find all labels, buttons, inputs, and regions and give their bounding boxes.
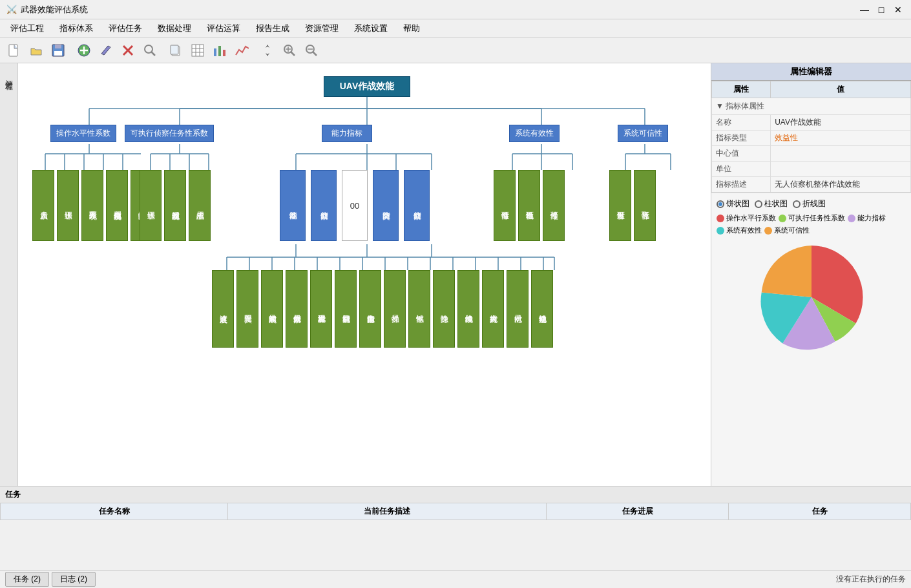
tb-open[interactable] [26, 40, 47, 61]
l2-response[interactable]: 系统反应时间 [164, 170, 186, 241]
l2-launch-rel[interactable]: 发射可靠性 [609, 170, 631, 241]
l1-scout[interactable]: 可执行侦察任务性系数 [125, 125, 214, 142]
tb-line[interactable] [231, 40, 252, 61]
svg-line-10 [151, 52, 155, 56]
svg-rect-0 [9, 45, 17, 56]
l1-rel[interactable]: 系统可信性 [618, 125, 668, 142]
l2-standby[interactable]: 待命可靠性 [494, 170, 516, 241]
chart-options: 饼状图 柱状图 折线图 [717, 198, 906, 209]
l1-sys[interactable]: 系统有效性 [509, 125, 560, 142]
menu-settings[interactable]: 系统设置 [346, 20, 395, 37]
l3-stealth[interactable]: 隐身性 [433, 270, 455, 348]
l2-recon2[interactable]: 侦察能力 [404, 170, 430, 241]
legend-rel: 系统可信性 [764, 226, 810, 235]
status-tab-log[interactable]: 日志 (2) [52, 572, 96, 587]
l2-training[interactable]: 训练水平 [57, 170, 79, 241]
l3-sensitive[interactable]: 敏感性 [408, 270, 430, 348]
menu-calc[interactable]: 评估运算 [199, 20, 248, 37]
l2-maintain[interactable]: 可维修性 [543, 170, 565, 241]
l2-fly-rel[interactable]: 飞行可靠性 [634, 170, 656, 241]
tb-delete[interactable] [118, 40, 138, 61]
sidebar: 评估工程 1 [0, 63, 18, 486]
status-bar: 任务 (2) 日志 (2) 没有正在执行的任务 [0, 570, 911, 588]
attr-val-desc[interactable]: 无人侦察机整体作战效能 [771, 177, 911, 193]
l2-mobile[interactable]: 机动可靠性 [518, 170, 540, 241]
menu-bar: 评估工程 指标体系 评估任务 数据处理 评估运算 报告生成 资源管理 系统设置 … [0, 19, 911, 37]
task-col-progress: 任务进展 [547, 503, 729, 520]
legend-cap-label: 能力指标 [857, 213, 886, 223]
menu-resource[interactable]: 资源管理 [297, 20, 346, 37]
tb-search[interactable] [140, 40, 160, 61]
l3-endurance[interactable]: 最大续航时间 [261, 270, 283, 348]
l3-allweather[interactable]: 全天候侦察能力 [286, 270, 308, 348]
attr-label-name: 名称 [712, 115, 771, 131]
task-table: 任务名称 当前任务描述 任务进展 任务 [0, 503, 911, 572]
close-button[interactable]: ✕ [892, 3, 905, 16]
l3-evade[interactable]: 规避机动性 [531, 270, 553, 348]
canvas-area[interactable]: UAV作战效能 操作水平性系数 可执行侦察任务性系数 能力指标 系统有效性 系统… [18, 63, 711, 486]
l2-hmi[interactable]: 系统人际界面 [81, 170, 103, 241]
l2-auto[interactable]: 系统自动化程度 [106, 170, 128, 241]
svg-marker-21 [266, 45, 269, 56]
l3-ecm[interactable]: 电子对抗 [507, 270, 529, 348]
l3-repair[interactable]: 战场检修性 [457, 270, 479, 348]
svg-rect-2 [55, 45, 61, 48]
tb-zoom-out[interactable] [301, 40, 322, 61]
l3-ceiling[interactable]: 实用升限 [236, 270, 258, 348]
root-node[interactable]: UAV作战效能 [324, 76, 411, 97]
l1-op[interactable]: 操作水平性系数 [50, 125, 116, 142]
l2-rel-group: 发射可靠性 飞行可靠性 [609, 170, 656, 241]
tb-zoom-in[interactable] [279, 40, 300, 61]
minimize-button[interactable]: — [858, 3, 871, 16]
attr-label-center: 中心值 [712, 146, 771, 162]
tb-edit[interactable] [96, 40, 116, 61]
l2-recon[interactable]: 侦察能力 [311, 170, 337, 241]
legend-sys-label: 系统有效性 [726, 226, 762, 235]
legend-cap-dot [848, 215, 855, 222]
radio-bar[interactable]: 柱状图 [755, 198, 788, 209]
maximize-button[interactable]: □ [875, 3, 888, 16]
legend-scout: 可执行任务性系数 [779, 213, 845, 223]
pie-seg-5 [761, 246, 811, 297]
app-title: 武器效能评估系统 [21, 4, 88, 16]
radio-pie[interactable]: 饼状图 [717, 198, 749, 209]
l3-identify[interactable]: 识别目标能力 [335, 270, 357, 348]
tb-save[interactable] [48, 40, 68, 61]
l3-datalink[interactable]: 信息传输能力 [359, 270, 381, 348]
task-col-desc: 当前任务描述 [228, 503, 547, 520]
attr-val-type[interactable]: 效益性 [771, 131, 911, 146]
tb-new[interactable] [4, 40, 25, 61]
tb-copy[interactable] [165, 40, 186, 61]
sidebar-label: 评估工程 1 [2, 70, 16, 92]
l2-penetrate[interactable]: 突防能力 [373, 170, 399, 241]
attr-val-unit[interactable] [771, 162, 911, 177]
l1-cap[interactable]: 能力指标 [322, 125, 372, 142]
tb-table[interactable] [187, 40, 208, 61]
legend-scout-dot [779, 215, 786, 222]
menu-project[interactable]: 评估工程 [3, 20, 52, 37]
l3-firepower[interactable]: 火力对抗能力 [482, 270, 504, 348]
l3-detect[interactable]: 发现目标能力 [310, 270, 332, 348]
status-tab-task[interactable]: 任务 (2) [5, 572, 49, 587]
tb-add[interactable] [74, 40, 94, 61]
menu-tasks[interactable]: 评估任务 [101, 20, 150, 37]
attr-val-center[interactable] [771, 146, 911, 162]
svg-rect-20 [223, 50, 225, 56]
menu-help[interactable]: 帮助 [395, 20, 428, 37]
menu-data[interactable]: 数据处理 [150, 20, 199, 37]
attr-val-name[interactable]: UAV作战效能 [771, 115, 911, 131]
l2-train2[interactable]: 训练水平 [140, 170, 162, 241]
tb-move[interactable] [257, 40, 278, 61]
menu-report[interactable]: 报告生成 [248, 20, 297, 37]
l2-basic[interactable]: 基本性能 [280, 170, 306, 241]
l3-cruise[interactable]: 巡航速度 [212, 270, 234, 348]
l3-ease[interactable]: 易操性 [384, 270, 406, 348]
menu-metrics[interactable]: 指标体系 [52, 20, 101, 37]
l2-personnel[interactable]: 人员素质 [32, 170, 54, 241]
l2-sys-group: 待命可靠性 机动可靠性 可维修性 [494, 170, 565, 241]
radio-line-icon [793, 200, 801, 208]
radio-line[interactable]: 折线图 [793, 198, 826, 209]
attr-label-type: 指标类型 [712, 131, 771, 146]
tb-chart[interactable] [209, 40, 230, 61]
l2-tactics[interactable]: 战术应用 [189, 170, 211, 241]
